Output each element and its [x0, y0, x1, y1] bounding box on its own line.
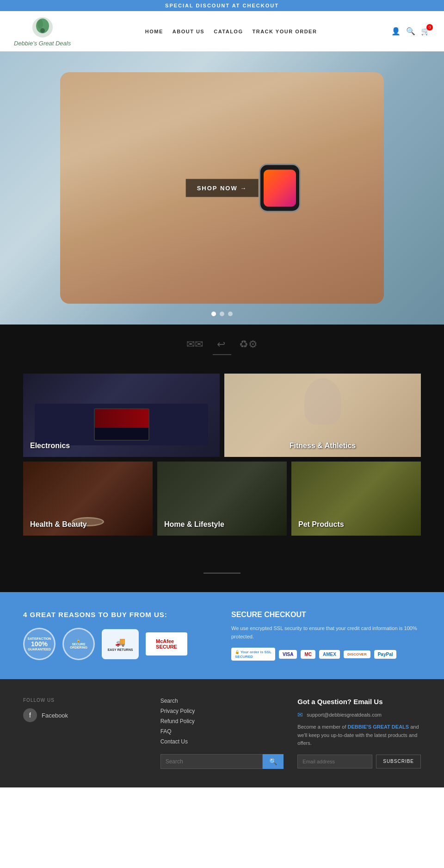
hero-dot-3[interactable] [228, 312, 233, 316]
nav-catalog[interactable]: CATALOG [214, 29, 243, 34]
features-bar: ✉✉ ↩ ♻⚙ [0, 325, 444, 364]
return-icon: ↩ [217, 338, 225, 350]
footer-email-input[interactable] [297, 755, 372, 768]
nav-home[interactable]: HOME [145, 29, 163, 34]
watch-image [259, 164, 301, 212]
ssl-badge: 🔒 Your order is SSLSECURED [231, 648, 275, 661]
follow-us-label: FOLLOW US [23, 698, 147, 703]
cart-badge: 0 [426, 24, 433, 31]
paypal-icon: PayPal [374, 650, 397, 659]
pet-label: Pet Products [298, 520, 344, 529]
mastercard-icon: MC [301, 650, 315, 659]
electronics-image: Electronics [23, 374, 220, 457]
trust-section: 4 GREAT REASONS TO BUY FROM US: SATISFAC… [0, 592, 444, 679]
secure-checkout-text: We use encrypted SSL security to ensure … [231, 624, 421, 641]
svg-point-3 [40, 28, 45, 33]
trust-title: 4 GREAT REASONS TO BUY FROM US: [23, 611, 213, 618]
user-icon[interactable]: 👤 [391, 27, 401, 36]
footer-link-privacy[interactable]: Privacy Policy [160, 708, 284, 714]
footer-contact-col: Got a Question? Email Us ✉ support@debbi… [297, 698, 421, 769]
hero-dots [211, 312, 233, 316]
discover-icon: DISCOVER [344, 650, 370, 658]
categories-section: Electronics Fitness & Athletics Health &… [0, 364, 444, 563]
health-label: Health & Beauty [30, 520, 87, 529]
secure-checkout-title: SECURE CHECKOUT [231, 611, 421, 619]
facebook-label[interactable]: Facebook [42, 712, 68, 719]
logo-text: Debbie's Great Deals [14, 40, 71, 47]
pet-image: Pet Products [291, 462, 421, 536]
category-fitness[interactable]: Fitness & Athletics [224, 374, 421, 457]
hero-section: SHOP NOW → [0, 51, 444, 325]
footer-search-input[interactable] [160, 754, 263, 769]
nav-about[interactable]: ABOUT US [173, 29, 204, 34]
footer-question-title: Got a Question? Email Us [297, 698, 421, 706]
recycle-icon: ♻⚙ [239, 338, 258, 350]
features-divider [213, 354, 231, 355]
facebook-icon[interactable]: f [23, 708, 37, 722]
categories-bottom-row: Health & Beauty Home & Lifestyle Pet Pro… [23, 462, 421, 536]
footer-links-col: Search Privacy Policy Refund Policy FAQ … [160, 698, 284, 769]
secure-badge: 🔒SECUREORDERING [62, 628, 95, 660]
category-home[interactable]: Home & Lifestyle [157, 462, 287, 536]
member-brand-link[interactable]: DEBBIE'S GREAT DEALS [348, 724, 409, 730]
shop-now-button[interactable]: SHOP NOW → [186, 179, 259, 197]
cart-wrapper[interactable]: 🛒 0 [421, 27, 430, 36]
footer-email-address[interactable]: support@debbiesgreatdeals.com [307, 712, 382, 718]
nav-icons: 👤 🔍 🛒 0 [391, 27, 430, 36]
trust-badges: SATISFACTION100%GUARANTEED 🔒SECUREORDERI… [23, 628, 213, 660]
footer-subscribe-button[interactable]: SUBSCRIBE [376, 755, 421, 768]
home-image: Home & Lifestyle [157, 462, 287, 536]
easy-returns-badge: 🚚 EASY RETURNS [102, 629, 139, 659]
section-divider [0, 563, 444, 592]
footer-social: f Facebook [23, 708, 147, 722]
footer-link-faq[interactable]: FAQ [160, 728, 284, 735]
visa-icon: VISA [279, 650, 297, 659]
footer: FOLLOW US f Facebook Search Privacy Poli… [0, 679, 444, 787]
main-nav: HOME ABOUT US CATALOG TRACK YOUR ORDER [145, 29, 317, 34]
footer-link-refund[interactable]: Refund Policy [160, 718, 284, 724]
fitness-image: Fitness & Athletics [224, 374, 421, 457]
footer-social-col: FOLLOW US f Facebook [23, 698, 147, 769]
email-icon: ✉ [297, 711, 303, 718]
categories-top-row: Electronics Fitness & Athletics [23, 374, 421, 457]
footer-links: Search Privacy Policy Refund Policy FAQ … [160, 698, 284, 745]
logo-icon [31, 16, 54, 39]
footer-member-text: Become a member of DEBBIE'S GREAT DEALS … [297, 723, 421, 748]
hero-dot-1[interactable] [211, 312, 216, 316]
divider-line [204, 573, 240, 574]
search-icon[interactable]: 🔍 [406, 27, 415, 36]
header: Debbie's Great Deals HOME ABOUT US CATAL… [0, 11, 444, 51]
logo-area: Debbie's Great Deals [14, 16, 71, 47]
satisfaction-badge: SATISFACTION100%GUARANTEED [23, 628, 56, 660]
health-image: Health & Beauty [23, 462, 153, 536]
trust-right: SECURE CHECKOUT We use encrypted SSL sec… [231, 611, 421, 661]
category-electronics[interactable]: Electronics [23, 374, 220, 457]
home-label: Home & Lifestyle [164, 520, 224, 529]
payment-icons: 🔒 Your order is SSLSECURED VISA MC AMEX … [231, 648, 421, 661]
electronics-label: Electronics [30, 442, 70, 450]
category-pet[interactable]: Pet Products [291, 462, 421, 536]
top-banner: SPECIAL DISCOUNT AT CHECKOUT [0, 0, 444, 11]
amex-icon: AMEX [319, 650, 340, 659]
trust-left: 4 GREAT REASONS TO BUY FROM US: SATISFAC… [23, 611, 213, 661]
top-banner-text: SPECIAL DISCOUNT AT CHECKOUT [165, 3, 279, 8]
svg-point-2 [37, 19, 43, 29]
footer-email-row: ✉ support@debbiesgreatdeals.com [297, 711, 421, 718]
features-icons: ✉✉ ↩ ♻⚙ [0, 338, 444, 350]
footer-link-search[interactable]: Search [160, 698, 284, 704]
email-icon: ✉✉ [186, 338, 203, 350]
hero-dot-2[interactable] [220, 312, 224, 316]
member-text-1: Become a member of [297, 724, 347, 730]
nav-track[interactable]: TRACK YOUR ORDER [252, 29, 317, 34]
footer-link-contact[interactable]: Contact Us [160, 738, 284, 745]
footer-subscribe-row: SUBSCRIBE [297, 755, 421, 768]
footer-search-form: 🔍 [160, 754, 284, 769]
category-health[interactable]: Health & Beauty [23, 462, 153, 536]
footer-search-button[interactable]: 🔍 [263, 754, 284, 769]
mcafee-badge: McAfeeSECURE [146, 632, 187, 656]
fitness-label: Fitness & Athletics [290, 442, 356, 450]
